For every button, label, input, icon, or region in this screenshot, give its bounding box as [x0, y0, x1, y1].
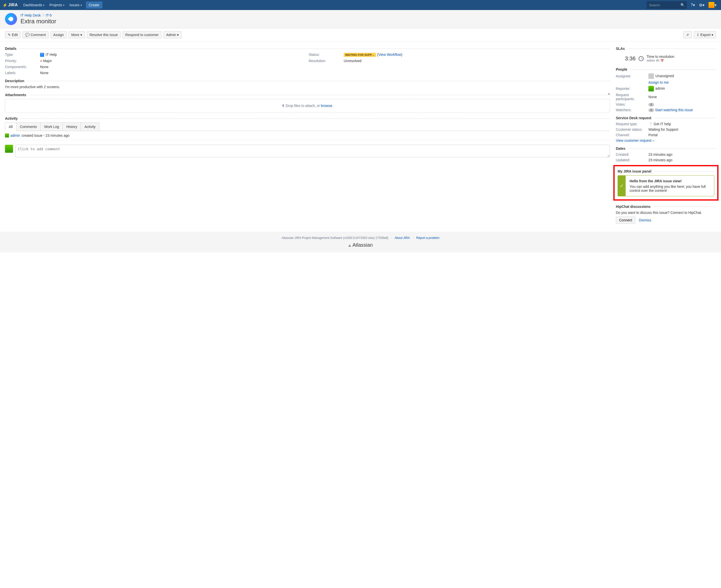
resolve-button[interactable]: Resolve this issue [87, 31, 121, 38]
tab-worklog[interactable]: Work Log [40, 123, 63, 131]
start-watching-link[interactable]: Start watching this issue [655, 108, 693, 112]
gear-icon[interactable]: ⚙▾ [697, 3, 706, 7]
activity-user-link[interactable]: admin [10, 133, 20, 138]
custstatus-label: Customer status: [616, 127, 646, 131]
attachments-heading: Attachments [5, 93, 610, 97]
export-icon: ⇩ [697, 33, 699, 37]
calendar-icon [659, 59, 664, 62]
votes-label: Votes: [616, 102, 646, 106]
details-grid: Type: IT Help Status: WAITING FOR SUPP… … [5, 52, 610, 75]
status-value: WAITING FOR SUPP… (View Workflow) [344, 52, 610, 57]
reqtype-value: ❔Get IT help [649, 122, 716, 126]
tab-history[interactable]: History [63, 123, 81, 131]
user-avatar-icon [5, 133, 9, 138]
view-customer-request-link[interactable]: View customer request [616, 139, 654, 143]
share-button[interactable]: ↗ [683, 31, 692, 38]
reporter-avatar-icon [649, 86, 654, 91]
nav-issues[interactable]: Issues▾ [67, 0, 84, 10]
pencil-icon: ✎ [8, 33, 11, 37]
dates-heading: Dates [616, 147, 716, 150]
sdreq-heading: Service Desk request [616, 116, 716, 120]
comment-input[interactable] [16, 145, 610, 157]
tab-comments[interactable]: Comments [16, 123, 41, 131]
custstatus-value: Waiting for Support [649, 127, 716, 131]
channel-value: Portal [649, 133, 716, 137]
attachments-menu-icon[interactable]: ▾ [608, 92, 610, 96]
updated-value: 23 minutes ago [649, 158, 716, 162]
issue-summary: Extra monitor [21, 18, 56, 25]
activity-heading: Activity [5, 117, 610, 121]
jira-logo[interactable]: ⚡JIRA [2, 3, 18, 7]
priority-label: Priority: [5, 59, 38, 63]
type-label: Type: [5, 52, 38, 57]
chevron-down-icon: ▾ [43, 4, 44, 6]
hipchat-dismiss-link[interactable]: Dismiss [639, 218, 651, 222]
reqtype-label: Request type: [616, 122, 646, 126]
breadcrumb-project[interactable]: IT Help Desk [21, 13, 41, 17]
resolution-label: Resolution: [309, 59, 341, 63]
edit-button[interactable]: ✎Edit [5, 31, 21, 38]
created-label: Created: [616, 152, 646, 156]
assignee-value: Unassigned [649, 74, 716, 79]
chevron-down-icon: ▾ [712, 33, 713, 37]
respond-button[interactable]: Respond to customer [123, 31, 162, 38]
channel-label: Channel: [616, 133, 646, 137]
hipchat-connect-button[interactable]: Connect [616, 217, 635, 224]
assign-to-me-link[interactable]: Assign to me [649, 80, 669, 84]
labels-label: Labels: [5, 71, 38, 75]
people-heading: People [616, 67, 716, 71]
custom-panel-highlight: My JIRA issue panel ✓ Hello from the JIR… [613, 165, 719, 201]
comment-button[interactable]: 💬Comment [23, 31, 48, 38]
activity-action: created issue - 23 minutes ago [22, 133, 69, 138]
ithelp-type-icon [40, 53, 44, 57]
description-heading: Description [5, 79, 610, 83]
unassigned-avatar-icon [649, 74, 654, 79]
help-icon[interactable]: ?▾ [689, 3, 697, 7]
breadcrumb-key[interactable]: IT-5 [46, 13, 51, 17]
custom-panel-body: You can add anything you like here; you … [630, 185, 710, 193]
check-icon: ✓ [620, 183, 623, 189]
view-workflow-link[interactable]: View Workflow [378, 52, 401, 57]
footer: Atlassian JIRA Project Management Softwa… [0, 232, 721, 252]
sla-item: 3:36 Time to resolution within 4h [616, 52, 716, 63]
footer-about-link[interactable]: About JIRA [395, 236, 409, 240]
attachment-dropzone[interactable]: ⬆ Drop files to attach, or browse. [5, 99, 610, 112]
chevron-down-icon: ▾ [81, 4, 82, 6]
ithelp-icon: ❔ [649, 122, 653, 126]
user-avatar[interactable]: ▾ [706, 2, 719, 8]
clock-icon [639, 56, 644, 61]
footer-report-link[interactable]: Report a problem [416, 236, 439, 240]
admin-button[interactable]: Admin ▾ [164, 31, 182, 38]
watchers-label: Watchers: [616, 108, 646, 112]
participants-value: None [649, 95, 716, 99]
resolution-value: Unresolved [344, 59, 610, 63]
comment-user-avatar [5, 145, 13, 153]
assign-button[interactable]: Assign [50, 31, 67, 38]
create-button[interactable]: Create [86, 1, 102, 8]
priority-major-icon: ≡ [40, 59, 42, 63]
footer-version: Atlassian JIRA Project Management Softwa… [282, 236, 388, 240]
more-button[interactable]: More ▾ [69, 31, 85, 38]
issue-toolbar: ✎Edit 💬Comment Assign More ▾ Resolve thi… [0, 28, 721, 42]
nav-dashboards[interactable]: Dashboards▾ [21, 0, 47, 10]
tab-activity[interactable]: Activity [81, 123, 99, 131]
nav-projects[interactable]: Projects▾ [47, 0, 67, 10]
type-value: IT Help [40, 52, 306, 57]
custom-panel-heading: My JIRA issue panel [618, 169, 714, 173]
project-avatar[interactable] [5, 13, 17, 25]
chevron-down-icon: ▾ [63, 4, 64, 6]
reporter-label: Reporter: [616, 87, 646, 91]
atlassian-logo[interactable]: ⟁ Atlassian [4, 242, 717, 248]
search-icon[interactable]: 🔍 [680, 3, 685, 7]
votes-count: 0 [649, 103, 654, 106]
tab-all[interactable]: All [5, 123, 17, 131]
activity-item: admin created issue - 23 minutes ago [5, 131, 610, 140]
description-text: I'm more productive with 2 screens. [5, 85, 610, 89]
export-button[interactable]: ⇩ Export ▾ [694, 31, 716, 38]
issue-header: IT Help Desk / IT-5 Extra monitor [0, 10, 721, 28]
browse-link[interactable]: browse [321, 104, 332, 108]
sla-time: 3:36 [625, 55, 636, 62]
chevron-down-icon: ▾ [80, 33, 82, 37]
watchers-count: 0 [649, 108, 654, 112]
sla-title: Time to resolution [646, 55, 675, 59]
